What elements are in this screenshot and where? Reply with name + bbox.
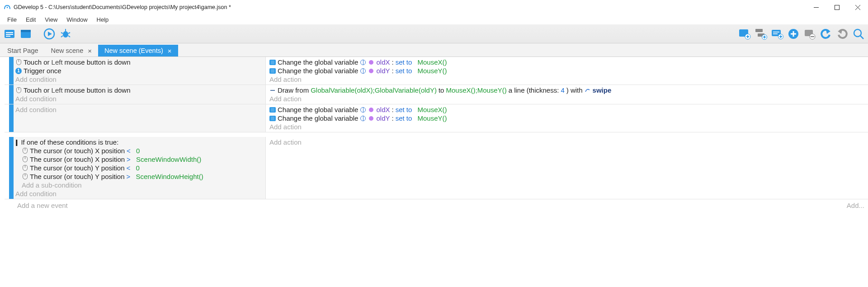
menu-edit[interactable]: Edit	[21, 15, 40, 24]
add-new-event-link[interactable]: Add a new event	[17, 201, 68, 210]
globe-icon	[360, 68, 366, 74]
add-condition-link[interactable]: Add condition	[15, 189, 264, 198]
condition-line[interactable]: Touch or Left mouse button is down	[15, 86, 264, 94]
menu-window[interactable]: Window	[62, 15, 92, 24]
svg-rect-8	[6, 36, 10, 37]
minimize-button[interactable]	[806, 0, 826, 14]
redo-button[interactable]	[835, 27, 849, 41]
action-line[interactable]: Change the global variable oldY: set to …	[269, 114, 864, 122]
draw-line-icon	[269, 87, 276, 94]
condition-line[interactable]: The cursor (or touch) Y position > Scene…	[22, 172, 264, 181]
preview-play-button[interactable]	[42, 27, 56, 41]
add-action-link[interactable]: Add action	[269, 122, 864, 131]
event-row[interactable]: Touch or Left mouse button is down Add c…	[5, 85, 868, 104]
mouse-icon	[22, 165, 28, 171]
action-line[interactable]: Change the global variable oldX: set to …	[269, 105, 864, 114]
project-manager-button[interactable]	[3, 27, 16, 41]
event-row[interactable]: Touch or Left mouse button is down 1 Tri…	[5, 57, 868, 85]
event-row-or[interactable]: || If one of these conditions is true: T…	[5, 137, 868, 199]
events-sheet: Touch or Left mouse button is down 1 Tri…	[0, 57, 868, 212]
svg-line-15	[61, 33, 63, 33]
scene-editor-button[interactable]	[19, 27, 33, 41]
trigger-once-icon: 1	[15, 68, 22, 74]
svg-rect-10	[21, 30, 31, 32]
or-icon: ||	[15, 138, 16, 146]
svg-rect-30	[773, 33, 778, 34]
mouse-icon	[22, 148, 28, 154]
svg-line-43	[860, 36, 863, 39]
or-header[interactable]: || If one of these conditions is true:	[15, 138, 264, 146]
close-button[interactable]	[847, 0, 868, 14]
variable-icon	[368, 107, 374, 113]
search-events-button[interactable]	[852, 27, 865, 41]
window-title: GDevelop 5 - C:\Users\student\Documents\…	[14, 4, 806, 10]
condition-line[interactable]: 1 Trigger once	[15, 66, 264, 75]
maximize-button[interactable]	[826, 0, 847, 14]
add-event-button[interactable]	[738, 27, 751, 41]
variable-icon	[368, 115, 374, 122]
add-condition-link[interactable]: Add condition	[15, 94, 264, 103]
mouse-icon	[15, 87, 22, 94]
undo-button[interactable]	[819, 27, 833, 41]
mouse-icon	[22, 156, 28, 163]
variable-action-icon	[269, 68, 276, 74]
condition-line[interactable]: The cursor (or touch) Y position < 0	[22, 164, 264, 172]
svg-rect-23	[755, 29, 763, 32]
globe-icon	[360, 107, 366, 113]
action-line[interactable]: Change the global variable oldX: set to …	[269, 58, 864, 66]
svg-line-17	[61, 36, 63, 37]
app-icon	[4, 4, 11, 11]
add-other-event-button[interactable]	[787, 27, 800, 41]
condition-line[interactable]: The cursor (or touch) X position < 0	[22, 146, 264, 155]
add-action-link[interactable]: Add action	[269, 138, 864, 146]
variable-action-icon	[269, 107, 276, 113]
menu-bar: File Edit View Window Help	[0, 14, 868, 24]
object-icon	[585, 87, 591, 94]
add-sub-condition-link[interactable]: Add a sub-condition	[22, 181, 264, 189]
menu-help[interactable]: Help	[92, 15, 113, 24]
action-line[interactable]: Draw from GlobalVariable(oldX);GlobalVar…	[269, 86, 864, 94]
add-menu-link[interactable]: Add...	[847, 201, 868, 210]
condition-line[interactable]: The cursor (or touch) X position > Scene…	[22, 155, 264, 164]
mouse-icon	[15, 59, 22, 66]
tab-label: New scene	[51, 47, 84, 54]
variable-action-icon	[269, 115, 276, 122]
tab-close-icon[interactable]: ×	[168, 47, 172, 54]
svg-line-16	[68, 33, 70, 33]
delete-event-button[interactable]	[803, 27, 816, 41]
menu-view[interactable]: View	[40, 15, 62, 24]
title-bar: GDevelop 5 - C:\Users\student\Documents\…	[0, 0, 868, 14]
menu-file[interactable]: File	[3, 15, 21, 24]
svg-marker-12	[48, 32, 52, 36]
add-sub-event-button[interactable]	[754, 27, 768, 41]
add-condition-link[interactable]: Add condition	[15, 105, 264, 114]
globe-icon	[360, 115, 366, 122]
debug-button[interactable]	[59, 27, 72, 41]
svg-rect-7	[6, 34, 13, 35]
tab-close-icon[interactable]: ×	[88, 47, 92, 54]
condition-line[interactable]: Touch or Left mouse button is down	[15, 58, 264, 66]
add-new-event-row: Add a new event Add...	[5, 199, 868, 212]
action-line[interactable]: Change the global variable oldY: set to …	[269, 66, 864, 75]
svg-point-13	[63, 31, 68, 38]
tab-label: Start Page	[7, 47, 38, 54]
add-comment-button[interactable]	[770, 27, 784, 41]
svg-rect-2	[835, 5, 839, 9]
variable-icon	[368, 68, 374, 74]
svg-rect-0	[7, 7, 8, 8]
tabs-row: Start Page New scene × New scene (Events…	[0, 43, 868, 57]
window-controls	[806, 0, 868, 14]
svg-rect-6	[6, 32, 13, 33]
mouse-icon	[22, 174, 28, 180]
add-condition-link[interactable]: Add condition	[15, 75, 264, 84]
add-action-link[interactable]: Add action	[269, 94, 864, 103]
svg-point-42	[854, 29, 861, 37]
event-row[interactable]: Add condition Change the global variable…	[5, 104, 868, 132]
tab-new-scene-events[interactable]: New scene (Events) ×	[98, 45, 178, 56]
variable-icon	[368, 59, 374, 66]
tab-start-page[interactable]: Start Page	[1, 45, 45, 56]
add-action-link[interactable]: Add action	[269, 75, 864, 84]
globe-icon	[360, 59, 366, 66]
svg-rect-29	[773, 32, 779, 33]
tab-new-scene[interactable]: New scene ×	[45, 45, 99, 56]
